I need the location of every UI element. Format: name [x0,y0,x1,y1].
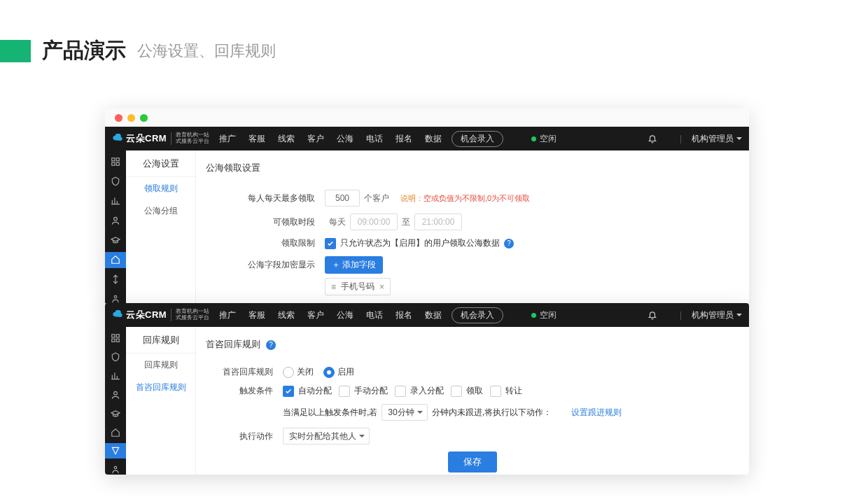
rail-dashboard-icon[interactable] [109,156,122,167]
rail-house-icon[interactable] [105,252,126,268]
radio-on-label: 启用 [337,366,354,378]
svg-point-10 [114,391,118,395]
help-icon[interactable]: ? [504,239,514,248]
nav2-service[interactable]: 客服 [248,309,265,321]
bell-icon-2[interactable] [648,310,657,320]
nav-data[interactable]: 数据 [425,133,442,145]
nav2-phone[interactable]: 电话 [366,309,383,321]
label-daily: 每天 [329,216,346,228]
slide-title: 产品演示 [42,36,126,65]
chk-manual-assign[interactable] [339,386,350,397]
nav2-signup[interactable]: 报名 [396,309,412,321]
nav-pool[interactable]: 公海 [337,133,354,145]
menu2-first-consult-rules[interactable]: 首咨回库规则 [126,376,195,398]
row-action: 执行动作 实时分配给其他人 [206,428,739,444]
row-condition-text: 当满足以上触发条件时,若 30分钟 分钟内未跟进,将执行以下动作： 设置跟进规则 [206,404,739,421]
nav2-leads[interactable]: 线索 [278,309,295,321]
input-time-to[interactable] [414,214,462,230]
window-public-sea: 云朵CRM 教育机构一站式服务云平台 推广 客服 线索 客户 公海 电话 报名 … [105,108,749,304]
rail-chart-icon[interactable] [109,195,122,206]
input-time-from[interactable] [350,214,398,230]
rail2-user-icon[interactable] [109,389,122,400]
rail2-dashboard-icon[interactable] [109,332,122,343]
bell-icon[interactable] [648,134,657,144]
chk-transfer[interactable] [490,386,501,397]
rail2-person-icon[interactable] [109,464,122,475]
row-time-range: 可领取时段 每天 至 [206,214,739,230]
nav2-promo[interactable]: 推广 [219,309,236,321]
nav-service[interactable]: 客服 [248,133,265,145]
menu-claim-rules[interactable]: 领取规则 [126,177,195,200]
menu-pool-groups[interactable]: 公海分组 [126,200,195,222]
minimize-dot[interactable] [127,114,135,122]
link-set-follow-rule[interactable]: 设置跟进规则 [571,407,622,419]
label-claim-limit: 领取限制 [206,237,325,249]
icon-rail-2 [105,327,126,475]
status-indicator [531,136,536,141]
maximize-dot[interactable] [140,114,148,122]
menu2-group-title: 回库规则 [126,327,195,354]
rail-hat-icon[interactable] [109,234,122,246]
user-role-2[interactable]: 机构管理员 [692,309,742,321]
rail-user-icon[interactable] [109,215,122,226]
svg-point-4 [114,218,118,221]
nav-leads[interactable]: 线索 [278,133,295,145]
nav-opportunity-entry[interactable]: 机会录入 [451,131,503,147]
nav-signup[interactable]: 报名 [396,133,412,145]
rail2-house-icon[interactable] [109,427,122,438]
nav-customers[interactable]: 客户 [307,133,324,145]
nav2-customers[interactable]: 客户 [307,309,324,321]
nav2-pool[interactable]: 公海 [337,309,354,321]
left-menu-2: 回库规则 回库规则 首咨回库规则 [126,327,196,475]
content-area: 公海领取设置 每人每天最多领取 个客户 说明：空或负值为不限制,0为不可领取 可… [196,150,749,304]
nav-promo[interactable]: 推广 [219,133,236,145]
chevron-down-icon [736,137,742,140]
rail2-recycle-icon[interactable] [105,443,126,458]
svg-rect-3 [116,162,119,165]
menu2-return-rules[interactable]: 回库规则 [126,354,195,376]
chk-auto-assign[interactable] [283,386,294,397]
drag-icon[interactable] [331,282,338,292]
svg-rect-8 [112,339,115,342]
chk-entry-assign[interactable] [395,386,406,397]
top-nav: 云朵CRM 教育机构一站式服务云平台 推广 客服 线索 客户 公海 电话 报名 … [105,127,749,150]
label-trigger: 触发条件 [206,385,283,397]
chk-claim[interactable] [451,386,462,397]
user-role[interactable]: 机构管理员 [692,133,742,145]
select-action[interactable]: 实时分配给其他人 [283,428,370,444]
nav-phone[interactable]: 电话 [366,133,383,145]
radio-on[interactable] [323,367,335,378]
radio-off[interactable] [283,367,294,378]
nav2-opportunity-entry[interactable]: 机会录入 [451,307,503,323]
rail2-hat-icon[interactable] [109,408,122,419]
svg-rect-2 [112,162,115,165]
rail2-chart-icon[interactable] [109,370,122,381]
button-add-field[interactable]: ＋添加字段 [325,256,383,274]
label-to: 至 [402,216,410,228]
left-menu: 公海设置 领取规则 公海分组 [126,150,196,304]
nav2-data[interactable]: 数据 [425,309,442,321]
svg-rect-0 [112,158,115,161]
rail-shield-icon[interactable] [109,176,122,187]
select-duration[interactable]: 30分钟 [382,404,427,421]
row-enable-rule: 首咨回库规则 关闭 启用 [206,366,739,378]
content-area-2: 首咨回库规则? 首咨回库规则 关闭 启用 触发条件 自动分配 手动分配 录 [196,327,749,475]
top-nav-2: 云朵CRM 教育机构一站式服务云平台 推广 客服 线索 客户 公海 电话 报名 … [105,303,749,327]
accent-bar [0,40,31,62]
close-dot[interactable] [115,114,122,122]
row-trigger: 触发条件 自动分配 手动分配 录入分配 领取 转让 [206,385,739,397]
chip-phone: 手机号码 × [325,278,391,295]
logo-text: 云朵CRM [126,132,167,145]
svg-rect-1 [116,158,119,161]
help-icon-2[interactable]: ? [266,340,276,350]
rail2-shield-icon[interactable] [109,351,122,362]
checkbox-enabled-only[interactable] [325,238,336,249]
save-button[interactable]: 保存 [448,451,497,472]
rail-recycle-icon[interactable] [109,274,122,285]
input-max-claim[interactable] [325,190,360,206]
logo: 云朵CRM 教育机构一站式服务云平台 [112,132,209,145]
cond-prefix: 当满足以上触发条件时,若 [283,407,377,419]
cond-suffix: 分钟内未跟进,将执行以下动作： [432,407,552,419]
chip-remove-icon[interactable]: × [379,282,384,292]
hint-max-claim: 说明：空或负值为不限制,0为不可领取 [400,193,530,204]
